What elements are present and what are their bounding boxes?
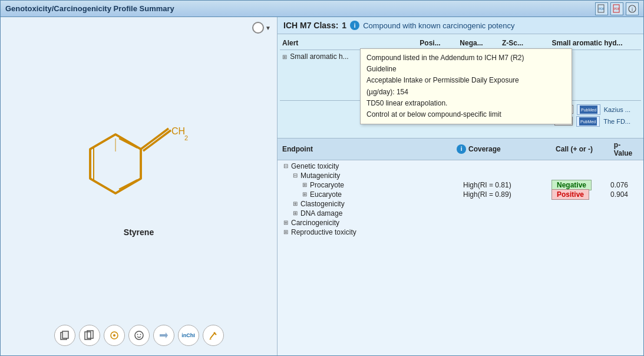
draw-button[interactable] [104,325,125,346]
toggle-mutagenicity[interactable]: ⊟ [292,172,299,179]
svg-text:PubMed: PubMed [581,108,596,112]
info-title-icon[interactable]: i [626,2,639,15]
toggle-dna-damage[interactable]: ⊞ [292,210,299,216]
alert-table-area: Alert Posi... Nega... Z-Sc... Small arom… [278,34,643,138]
expand-icon[interactable]: ⊞ [282,54,287,60]
toggle-clastogenicity[interactable]: ⊞ [292,200,299,207]
endpoint-info-icon[interactable]: i [457,144,468,154]
toggle-procaryote[interactable]: ⊞ [301,182,308,188]
endpoint-header-label: Endpoint [282,145,457,153]
pubmed-button-1[interactable]: PubMed [577,104,600,115]
arrow-button[interactable] [153,325,174,346]
window-title: Genotoxicity/Carcinogenicity Profile Sum… [5,4,174,13]
molecule-name: Styrene [124,228,154,237]
tooltip-line-4: (µg/day): 154 [366,87,566,98]
label-genetic-toxicity: Genetic toxicity [291,162,444,170]
edit-button[interactable] [203,325,224,346]
th-alert: Alert [280,38,409,48]
svg-marker-32 [166,332,168,338]
ich-info-button[interactable]: i [350,21,359,30]
ich-header: ICH M7 Class: 1 i Compound with known ca… [278,17,643,34]
label-clastogenicity: Clastogenicity [300,200,454,208]
ich-tooltip: Compound listed in the Addendum to ICH M… [360,48,572,124]
right-panel: ICH M7 Class: 1 i Compound with known ca… [278,17,643,355]
th-negative: Nega... [451,38,492,48]
tooltip-line-1: Compound listed in the Addendum to ICH M… [366,52,566,64]
circle-dropdown: ▼ [252,22,271,34]
toggle-eucaryote[interactable]: ⊞ [301,191,308,197]
endpoint-header: Endpoint i Coverage Call (+ or -) p-Valu… [278,138,643,160]
tooltip-line-2: Guideline [366,64,566,75]
face-button[interactable] [128,325,150,346]
label-carcinogenicity: Carcinogenicity [291,219,444,227]
coverage-eucaryote: High(RI = 0.89) [463,190,551,199]
circle-button[interactable] [252,22,264,34]
svg-line-19 [119,139,137,148]
copy2-button[interactable] [79,325,100,346]
ich-label: ICH M7 Class: [283,21,338,30]
toggle-carcinogenicity[interactable]: ⊞ [282,219,289,226]
coverage-procaryote: High(RI = 0.81) [463,181,551,189]
tree-row-carcinogenicity: ⊞ Carcinogenicity [282,218,639,228]
main-content: ▼ [1,17,643,355]
svg-text:PDF: PDF [599,7,605,11]
svg-line-10 [143,130,171,151]
endpoint-coverage-header: Coverage [468,145,556,153]
copy-structure-button[interactable] [54,325,75,346]
svg-line-15 [115,179,141,193]
svg-line-16 [90,179,115,193]
svg-line-18 [90,134,115,149]
dropdown-arrow-icon[interactable]: ▼ [265,25,271,31]
ich-class-value: 1 [342,21,346,30]
call-eucaryote: Positive [551,190,610,199]
tree-row-genetic-toxicity: ⊟ Genetic toxicity [282,161,639,171]
title-buttons: PDF PDF i [595,2,639,15]
label-eucaryote: Eucaryote [310,190,463,199]
alert-name: Small aromatic h... [290,52,348,61]
molecule-image: CH 2 [57,105,222,223]
endpoint-call-header: Call (+ or -) [556,145,614,153]
svg-line-35 [214,332,216,335]
svg-text:i: i [632,6,633,12]
tooltip-line-6: Control at or below compound-specific li… [366,109,566,120]
svg-marker-34 [209,338,212,339]
tree-row-reproductive-toxicity: ⊞ Reproductive toxicity [282,228,639,237]
tree-row-mutagenicity: ⊟ Mutagenicity [282,171,639,180]
label-dna-damage: DNA damage [300,209,454,217]
label-procaryote: Procaryote [310,181,463,189]
call-procaryote: Negative [551,181,610,189]
svg-point-28 [135,331,143,339]
tooltip-line-3: Acceptable Intake or Permissible Daily E… [366,75,566,86]
left-panel: ▼ [1,17,278,355]
svg-point-27 [113,334,115,337]
svg-rect-31 [160,334,166,337]
endpoint-pvalue-header: p-Value [614,141,639,157]
svg-line-20 [119,180,137,189]
label-mutagenicity: Mutagenicity [300,172,454,180]
pubmed-button-2[interactable]: PubMed [576,116,600,127]
svg-text:2: 2 [184,134,188,141]
pval-eucaryote: 0.904 [610,190,628,199]
svg-line-9 [141,128,169,149]
svg-text:PDF: PDF [614,7,620,11]
toggle-reproductive-toxicity[interactable]: ⊞ [282,229,289,235]
endpoint-tree: ⊟ Genetic toxicity ⊟ Mutagenicity ⊞ Proc… [278,160,643,238]
svg-point-29 [137,334,138,335]
svg-point-30 [140,334,141,335]
svg-text:CH: CH [171,126,185,136]
ref-text-2: The FD... [603,118,630,125]
main-window: Genotoxicity/Carcinogenicity Profile Sum… [0,0,644,356]
th-positive: Posi... [409,38,451,48]
inchi-button[interactable]: inChI [178,325,199,346]
action-buttons: inChI [54,325,224,346]
ich-description: Compound with known carcinogenic potency [363,21,514,30]
pdf-red-icon[interactable]: PDF [610,2,623,15]
tree-row-clastogenicity: ⊞ Clastogenicity [282,199,639,209]
th-zscore: Z-Sc... [492,38,533,48]
endpoint-section: Endpoint i Coverage Call (+ or -) p-Valu… [278,138,643,355]
toggle-genetic-toxicity[interactable]: ⊟ [282,163,289,169]
tooltip-line-5: TD50 linear extrapolation. [366,98,566,109]
pdf-icon[interactable]: PDF [595,2,608,15]
tree-row-eucaryote: ⊞ Eucaryote High(RI = 0.89) Positive 0.9… [282,190,639,199]
title-bar: Genotoxicity/Carcinogenicity Profile Sum… [1,1,643,17]
